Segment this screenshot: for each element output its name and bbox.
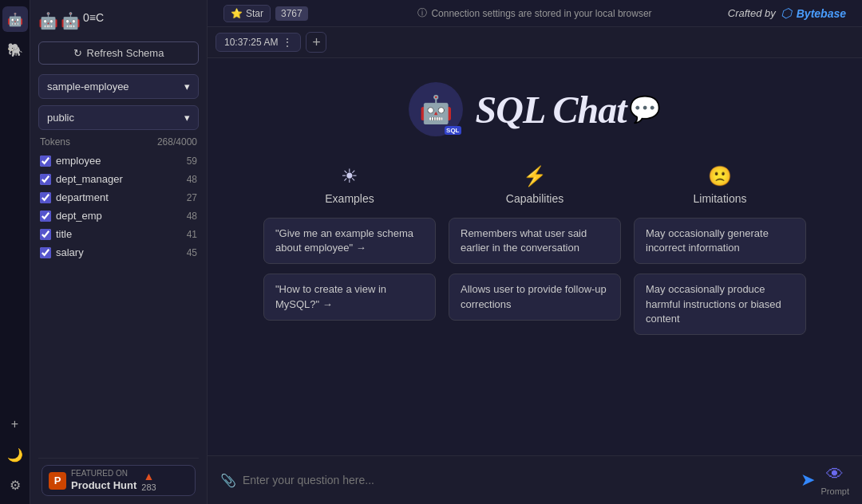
table-item: salary 45 — [38, 244, 199, 261]
database-icon[interactable]: 🐘 — [2, 37, 28, 62]
tab-item-1[interactable]: 10:37:25 AM ⋮ — [216, 33, 301, 52]
logo-area: 🤖 🤖 0≡C — [38, 8, 199, 33]
card-item[interactable]: "How to create a view in MySQL?" → — [263, 274, 436, 320]
chevron-down-icon: ▾ — [184, 81, 190, 93]
bytebase-name: Bytebase — [797, 7, 846, 20]
info-icon: ⓘ — [417, 6, 427, 20]
limitations-label: Limitations — [694, 192, 747, 205]
tab-bar: 10:37:25 AM ⋮ + — [208, 27, 862, 58]
refresh-schema-button[interactable]: ↻ Refresh Schema — [38, 41, 199, 65]
ph-label: FEATURED ON — [71, 469, 128, 478]
star-button[interactable]: ⭐ Star — [223, 5, 271, 22]
table-name: title — [56, 228, 182, 240]
title-text: SQL Chat 💬 — [476, 88, 662, 132]
crafted-by-label: Crafted by — [728, 7, 776, 19]
table-checkbox[interactable] — [40, 156, 51, 167]
limitations-icon: 🙁 — [708, 165, 732, 187]
star-label: Star — [246, 8, 263, 19]
card-item[interactable]: "Give me an example schema about employe… — [263, 218, 436, 264]
examples-label: Examples — [325, 192, 374, 205]
robot-icon[interactable]: 🤖 — [2, 6, 28, 32]
tab-time: 10:37:25 AM — [224, 37, 278, 48]
ph-votes: ▲ 283 — [141, 470, 156, 492]
examples-icon: ☀ — [341, 165, 358, 187]
prompt-icon: 👁 — [826, 464, 844, 485]
table-checkbox[interactable] — [40, 247, 51, 258]
table-count: 48 — [187, 211, 197, 222]
connection-info: ⓘ Connection settings are stored in your… — [417, 6, 651, 20]
sql-chat-title-text: SQL Chat — [476, 88, 627, 132]
examples-header: ☀ Examples — [263, 165, 436, 205]
table-item: dept_manager 48 — [38, 171, 199, 187]
table-checkbox[interactable] — [40, 229, 51, 240]
bot-emoji: 🤖 — [419, 93, 453, 125]
ph-icon: P — [49, 472, 66, 490]
ph-title: Product Hunt — [71, 479, 136, 491]
chat-input[interactable] — [243, 474, 794, 486]
refresh-icon: ↻ — [73, 47, 82, 59]
table-checkbox[interactable] — [40, 211, 51, 222]
database-dropdown[interactable]: sample-employee ▾ — [38, 74, 199, 99]
logo-icons: 🤖 🤖 0≡C — [38, 11, 104, 30]
table-checkbox[interactable] — [40, 192, 51, 203]
table-list: employee 59 dept_manager 48 department 2… — [38, 152, 199, 261]
ph-text-block: FEATURED ON Product Hunt — [71, 469, 136, 492]
moon-icon[interactable]: 🌙 — [2, 442, 28, 467]
sql-badge: SQL — [445, 126, 461, 135]
input-bar: 📎 ➤ 👁 Prompt — [208, 455, 862, 504]
table-count: 41 — [187, 229, 197, 240]
column-capabilities: ⚡ Capabilities Remembers what user said … — [449, 165, 621, 335]
send-button[interactable]: ➤ — [801, 470, 815, 490]
column-limitations: 🙁 Limitations May occasionally generate … — [634, 165, 806, 335]
capabilities-icon: ⚡ — [523, 165, 547, 187]
ph-badge-container[interactable]: P FEATURED ON Product Hunt ▲ 283 — [42, 465, 196, 496]
table-count: 45 — [187, 247, 197, 258]
tokens-label: Tokens — [40, 136, 70, 148]
table-item: dept_emp 48 — [38, 207, 199, 224]
table-count: 27 — [187, 192, 197, 203]
add-tab-button[interactable]: + — [306, 32, 326, 53]
star-count: 3767 — [275, 6, 308, 21]
table-name: dept_manager — [56, 173, 182, 185]
product-hunt-badge: P FEATURED ON Product Hunt ▲ 283 — [38, 458, 199, 496]
table-count: 59 — [187, 156, 197, 167]
table-item: employee 59 — [38, 152, 199, 169]
tokens-value: 268/4000 — [157, 136, 197, 148]
refresh-schema-label: Refresh Schema — [87, 47, 164, 59]
bot-avatar: 🤖 SQL — [409, 82, 463, 136]
card-item[interactable]: Remembers what user said earlier in the … — [449, 218, 621, 264]
tokens-row: Tokens 268/4000 — [38, 136, 199, 148]
logo-icon-2: 🤖 — [61, 11, 81, 30]
icon-rail: 🤖 🐘 + 🌙 ⚙ — [0, 0, 30, 504]
card-item[interactable]: May occasionally generate incorrect info… — [634, 218, 806, 264]
logo-icon-3: 0≡C — [83, 11, 104, 30]
ph-vote-count: 283 — [141, 482, 156, 492]
table-checkbox[interactable] — [40, 174, 51, 185]
main-area: ⭐ Star 3767 ⓘ Connection settings are st… — [208, 0, 862, 504]
logo-icon-1: 🤖 — [38, 11, 58, 30]
capabilities-header: ⚡ Capabilities — [449, 165, 621, 205]
card-item[interactable]: Allows user to provide follow-up correct… — [449, 274, 621, 320]
ph-featured-label: FEATURED ON — [71, 469, 136, 478]
attach-icon: 📎 — [220, 473, 236, 488]
table-count: 48 — [187, 174, 197, 185]
column-examples: ☀ Examples "Give me an example schema ab… — [263, 165, 436, 335]
add-connection-icon[interactable]: + — [2, 411, 28, 437]
tab-menu-icon[interactable]: ⋮ — [283, 37, 292, 48]
chevron-down-icon-2: ▾ — [184, 112, 190, 124]
speech-bubble-icon: 💬 — [629, 94, 661, 124]
schema-dropdown[interactable]: public ▾ — [38, 105, 199, 130]
table-name: salary — [56, 246, 182, 258]
database-dropdown-value: sample-employee — [47, 81, 129, 93]
ph-arrow-icon: ▲ — [144, 470, 155, 482]
card-item[interactable]: May occasionally produce harmful instruc… — [634, 274, 806, 335]
star-section: ⭐ Star 3767 — [223, 5, 308, 22]
prompt-button[interactable]: 👁 Prompt — [821, 464, 849, 496]
settings-icon[interactable]: ⚙ — [2, 472, 28, 498]
sql-chat-header: 🤖 SQL SQL Chat 💬 — [409, 82, 662, 136]
star-icon: ⭐ — [231, 8, 243, 19]
left-panel: 🤖 🤖 0≡C ↻ Refresh Schema sample-employee… — [30, 0, 208, 504]
prompt-label: Prompt — [821, 486, 849, 496]
table-item: department 27 — [38, 189, 199, 206]
capabilities-label: Capabilities — [506, 192, 563, 205]
